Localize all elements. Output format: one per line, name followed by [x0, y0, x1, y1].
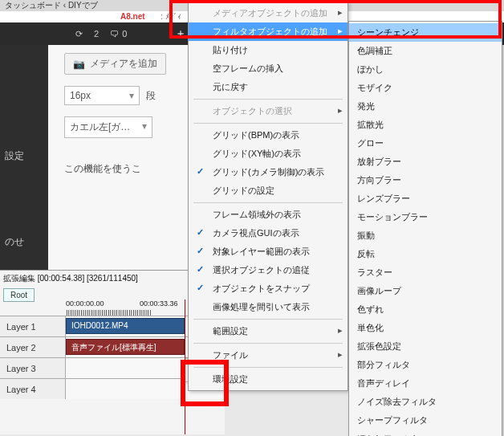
menu-item[interactable]: グリッド(カメラ制御)の表示 — [189, 163, 348, 181]
sidebar-settings[interactable]: 設定 — [5, 149, 48, 163]
add-media-button[interactable]: 📷 メディアを追加 — [64, 53, 166, 75]
submenu-item[interactable]: 画像ループ — [349, 282, 502, 300]
submenu-item[interactable]: 色ずれ — [349, 300, 502, 319]
layer-label-1[interactable]: Layer 1 — [0, 316, 66, 336]
menu-item[interactable]: ファイル — [189, 346, 348, 365]
submenu-item[interactable]: 拡散光 — [349, 116, 502, 134]
submenu-item[interactable]: ぼかし — [349, 60, 502, 79]
layer-label-2[interactable]: Layer 2 — [0, 337, 66, 357]
frog-select[interactable]: カエル左[ガ… — [64, 116, 152, 138]
submenu-item[interactable]: 音声ディレイ — [349, 374, 502, 393]
menu-item[interactable]: フィルタオブジェクトの追加 — [189, 22, 348, 41]
submenu-item[interactable]: グロー — [349, 134, 502, 153]
submenu-item[interactable]: 発光 — [349, 97, 502, 116]
submenu-item[interactable]: 色調補正 — [349, 42, 502, 60]
plus-button[interactable]: ＋ — [173, 22, 188, 45]
submenu-item[interactable]: 方向ブラー — [349, 171, 502, 189]
menu-item[interactable]: 選択オブジェクトの追従 — [189, 261, 348, 279]
refresh-icon[interactable]: ⟳ — [75, 29, 83, 39]
menu-item[interactable]: 画像処理を間引いて表示 — [189, 298, 348, 316]
menu-item: オブジェクトの選択 — [189, 102, 348, 120]
camera-icon: 📷 — [73, 59, 85, 70]
menu-item[interactable]: フレーム領域外の表示 — [189, 206, 348, 224]
menu-item[interactable]: 範囲設定 — [189, 322, 348, 340]
font-size-select[interactable]: 16px — [64, 86, 140, 105]
submenu-item[interactable]: シーンチェンジ — [349, 23, 502, 42]
submenu-item[interactable]: 単色化 — [349, 319, 502, 337]
a8-suffix: : ﾒﾃﾞｨ — [161, 11, 181, 22]
menu-item[interactable]: 環境設定 — [189, 370, 348, 389]
submenu-item[interactable]: 反転 — [349, 245, 502, 263]
submenu-item[interactable]: ノイズ除去フィルタ — [349, 393, 502, 411]
bubble-count: 0 — [122, 29, 127, 39]
ruler-time-0: 00:00:00.00 — [66, 299, 104, 308]
add-media-label: メディアを追加 — [90, 57, 157, 71]
submenu-item[interactable]: レンズブラー — [349, 189, 502, 208]
context-menu: メディアオブジェクトの追加フィルタオブジェクトの追加貼り付け空フレームの挿入元に… — [188, 2, 348, 391]
ruler-time-1: 00:00:33.36 — [140, 299, 178, 308]
menu-item[interactable]: グリッド(BPM)の表示 — [189, 126, 348, 145]
menu-item[interactable]: カメラ視点GUIの表示 — [189, 224, 348, 242]
submenu-item[interactable]: 振動 — [349, 226, 502, 245]
submenu-item[interactable]: シャープフィルタ — [349, 411, 502, 430]
root-button[interactable]: Root — [3, 288, 35, 302]
audio-clip[interactable]: 音声ファイル[標準再生] — [66, 339, 185, 355]
submenu-item[interactable]: 部分フィルタ — [349, 356, 502, 374]
filter-submenu: シーンチェンジ色調補正ぼかしモザイク発光拡散光グロー放射ブラー方向ブラーレンズブ… — [348, 21, 502, 436]
menu-item[interactable]: グリッドの設定 — [189, 181, 348, 200]
menu-item[interactable]: 元に戻す — [189, 78, 348, 96]
editor-area: 📷 メディアを追加 16px 段 カエル左[ガ… この機能を使うこ — [48, 45, 193, 270]
submenu-item[interactable]: モーションブラー — [349, 208, 502, 226]
wp-sidebar: 設定 のせ — [0, 45, 48, 270]
submenu-item[interactable]: モザイク — [349, 79, 502, 97]
menu-item[interactable]: 貼り付け — [189, 41, 348, 59]
layer-label-3[interactable]: Layer 3 — [0, 358, 66, 378]
bubble-icon[interactable]: 🗨 0 — [110, 29, 127, 39]
menu-item: メディアオブジェクトの追加 — [189, 4, 348, 22]
submenu-item[interactable]: ラスター — [349, 263, 502, 282]
a8-logo: A8.net — [120, 11, 145, 22]
submenu-item[interactable]: ぼかしフィルタ — [349, 430, 502, 436]
menu-item[interactable]: 空フレームの挿入 — [189, 59, 348, 78]
menu-item[interactable]: 対象レイヤー範囲の表示 — [189, 242, 348, 261]
dan-label: 段 — [146, 90, 156, 101]
playhead[interactable] — [185, 299, 185, 434]
menu-item[interactable]: グリッド(XY軸)の表示 — [189, 145, 348, 163]
layer-label-4[interactable]: Layer 4 — [0, 379, 66, 399]
sidebar-ose[interactable]: のせ — [5, 235, 48, 249]
submenu-item[interactable]: 放射ブラー — [349, 153, 502, 171]
menu-item[interactable]: オブジェクトをスナップ — [189, 279, 348, 298]
comments-count[interactable]: 2 — [94, 29, 99, 39]
video-clip[interactable]: IOHD0012.MP4 — [66, 318, 185, 334]
submenu-item[interactable]: 拡張色設定 — [349, 337, 502, 356]
content-paragraph: この機能を使うこ — [64, 162, 193, 176]
